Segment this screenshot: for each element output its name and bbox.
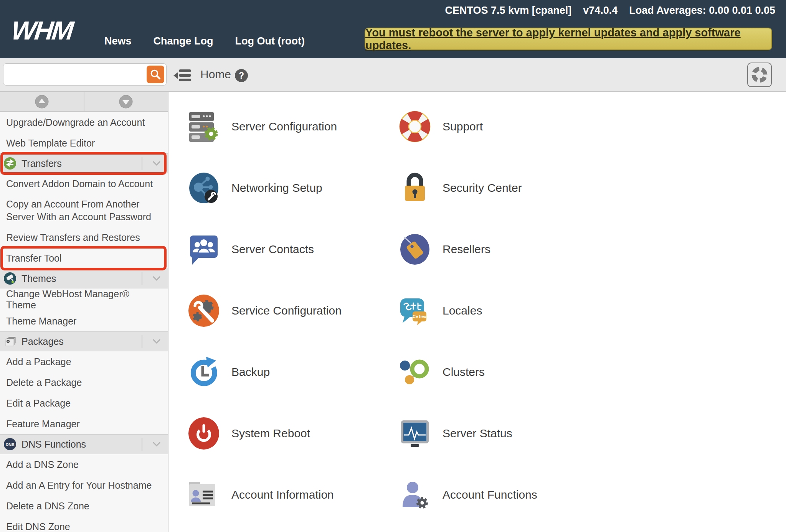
- divider: [142, 157, 142, 170]
- search-button[interactable]: [147, 66, 164, 83]
- support-lifebuoy-button[interactable]: [747, 63, 772, 87]
- networking-setup-icon: [187, 171, 221, 205]
- sidebar-item-add-a-dns-zone[interactable]: Add a DNS Zone: [0, 454, 168, 475]
- themes-icon: [4, 272, 16, 285]
- sidebar-group-packages[interactable]: Packages: [0, 331, 168, 351]
- tile-support[interactable]: Support: [398, 110, 483, 143]
- sidebar-scroll-controls: [0, 92, 168, 112]
- collapse-sidebar-icon[interactable]: [173, 69, 192, 84]
- resellers-icon: [398, 232, 432, 266]
- backup-icon: [187, 355, 221, 389]
- sidebar-item-copy-account[interactable]: Copy an Account From Another Server With…: [0, 194, 168, 227]
- tile-system-reboot[interactable]: System Reboot: [187, 417, 310, 450]
- nav-log-out[interactable]: Log Out (root): [235, 35, 305, 47]
- sidebar-item-change-whm-theme[interactable]: Change WebHost Manager® Theme: [0, 288, 168, 311]
- sidebar-item-edit-a-package[interactable]: Edit a Package: [0, 393, 168, 413]
- tile-resellers[interactable]: Resellers: [398, 232, 490, 266]
- sidebar-item-delete-a-dns-zone[interactable]: Delete a DNS Zone: [0, 496, 168, 516]
- clusters-icon: [398, 355, 432, 389]
- help-icon[interactable]: ?: [235, 69, 248, 82]
- security-center-icon: [398, 171, 432, 205]
- sidebar-item-theme-manager[interactable]: Theme Manager: [0, 311, 168, 331]
- sidebar-item-delete-a-package[interactable]: Delete a Package: [0, 372, 168, 393]
- transfers-icon: [4, 157, 16, 170]
- dns-icon: DNS: [4, 438, 16, 450]
- chevron-down-icon[interactable]: [152, 161, 161, 166]
- search-box: [3, 63, 167, 86]
- divider: [142, 335, 142, 348]
- lifebuoy-icon: [751, 66, 768, 84]
- sidebar-group-themes[interactable]: Themes: [0, 268, 168, 288]
- status-host: CENTOS 7.5 kvm [cpanel]: [445, 5, 572, 16]
- status-load-averages: Load Averages: 0.00 0.01 0.05: [629, 5, 775, 16]
- sidebar-item-edit-dns-zone[interactable]: Edit DNS Zone: [0, 516, 168, 532]
- account-information-icon: [187, 478, 221, 512]
- tile-account-functions[interactable]: Account Functions: [398, 478, 537, 512]
- arrow-up-icon: [35, 95, 49, 109]
- svg-text:Ce lieu: Ce lieu: [413, 314, 426, 319]
- sidebar-item-add-a-package[interactable]: Add a Package: [0, 351, 168, 372]
- main-content: Server Configuration Support: [169, 92, 786, 532]
- whm-logo[interactable]: WHM: [10, 15, 74, 45]
- arrow-down-icon: [119, 95, 133, 109]
- tile-server-configuration[interactable]: Server Configuration: [187, 110, 337, 143]
- sidebar-item-feature-manager[interactable]: Feature Manager: [0, 413, 168, 434]
- tile-service-configuration[interactable]: Service Configuration: [187, 294, 342, 328]
- scroll-up-button[interactable]: [0, 92, 84, 111]
- search-icon: [149, 68, 162, 81]
- tile-backup[interactable]: Backup: [187, 355, 270, 389]
- chevron-down-icon[interactable]: [152, 339, 161, 344]
- breadcrumb-home[interactable]: Home: [200, 68, 231, 81]
- status-version: v74.0.4: [583, 5, 618, 16]
- server-status-icon: [398, 417, 432, 450]
- header-nav: News Change Log Log Out (root): [104, 35, 305, 47]
- nav-news[interactable]: News: [104, 35, 132, 47]
- tile-networking-setup[interactable]: Networking Setup: [187, 171, 322, 205]
- tile-clusters[interactable]: Clusters: [398, 355, 485, 389]
- sidebar-item-review-transfers[interactable]: Review Transfers and Restores: [0, 227, 168, 248]
- nav-change-log[interactable]: Change Log: [154, 35, 213, 47]
- divider: [142, 438, 142, 451]
- reboot-warning-banner[interactable]: You must reboot the server to apply kern…: [365, 28, 772, 50]
- sidebar-item-transfer-tool[interactable]: Transfer Tool: [0, 248, 168, 268]
- sidebar-group-dns-functions[interactable]: DNS DNS Functions: [0, 434, 168, 454]
- sidebar-item-convert-addon-domain[interactable]: Convert Addon Domain to Account: [0, 173, 168, 194]
- sidebar-group-transfers[interactable]: Transfers: [0, 153, 168, 173]
- scroll-down-button[interactable]: [84, 92, 168, 111]
- sidebar-item-web-template-editor[interactable]: Web Template Editor: [0, 133, 168, 153]
- account-functions-icon: [398, 478, 432, 512]
- tile-server-contacts[interactable]: Server Contacts: [187, 232, 314, 266]
- top-header-bar: WHM News Change Log Log Out (root) CENTO…: [0, 0, 786, 58]
- service-configuration-icon: [187, 294, 221, 328]
- system-reboot-icon: [187, 417, 221, 450]
- chevron-down-icon[interactable]: [152, 441, 161, 447]
- search-input[interactable]: [3, 64, 145, 85]
- svg-text:DNS: DNS: [5, 442, 14, 447]
- tile-security-center[interactable]: Security Center: [398, 171, 522, 205]
- sidebar-item-add-a-entry-hostname[interactable]: Add an A Entry for Your Hostname: [0, 475, 168, 496]
- divider: [142, 272, 142, 285]
- tile-locales[interactable]: Ce lieu Locales: [398, 294, 482, 328]
- tile-account-information[interactable]: Account Information: [187, 478, 334, 512]
- tile-server-status[interactable]: Server Status: [398, 417, 512, 450]
- server-configuration-icon: [187, 110, 221, 143]
- packages-icon: [4, 335, 16, 348]
- server-contacts-icon: [187, 232, 221, 266]
- sidebar-item-upgrade-downgrade-account[interactable]: Upgrade/Downgrade an Account: [0, 112, 168, 133]
- chevron-down-icon[interactable]: [152, 276, 161, 281]
- server-status-line: CENTOS 7.5 kvm [cpanel] v74.0.4 Load Ave…: [445, 5, 775, 16]
- sidebar: Upgrade/Downgrade an Account Web Templat…: [0, 92, 168, 532]
- locales-icon: Ce lieu: [398, 294, 432, 328]
- support-icon: [398, 110, 432, 143]
- breadcrumb-toolbar: Home ?: [0, 58, 786, 92]
